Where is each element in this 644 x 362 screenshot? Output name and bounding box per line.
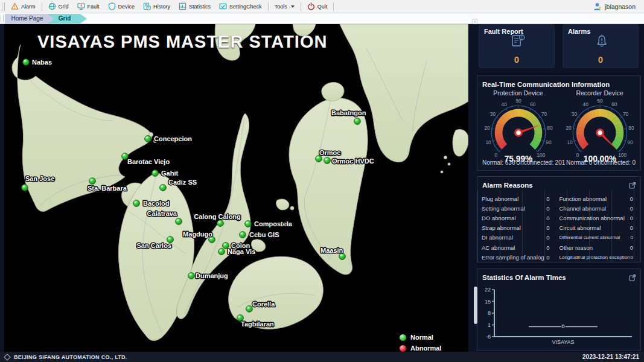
station-dot-icon[interactable] bbox=[218, 249, 225, 255]
station-dot-icon[interactable] bbox=[89, 178, 96, 185]
station-label: Calong Calong bbox=[194, 213, 241, 220]
toolbar-item-label: Statistics bbox=[189, 4, 211, 10]
alarm-reason-row: Communication abnormal0 bbox=[560, 213, 637, 223]
station-dot-icon[interactable] bbox=[145, 136, 151, 142]
station-label: Calatrava bbox=[147, 210, 177, 217]
station-marker[interactable]: Gahit bbox=[152, 170, 179, 177]
station-marker[interactable]: Compostela bbox=[245, 220, 293, 227]
toolbar-item-grid[interactable]: Grid bbox=[44, 0, 73, 13]
station-label: Ormoc HVDC bbox=[332, 157, 374, 165]
station-dot-highlight bbox=[190, 274, 192, 275]
user-menu[interactable]: jblagnason bbox=[593, 2, 644, 11]
station-marker[interactable]: Barotac Viejo bbox=[122, 153, 170, 165]
history-doc-clock-icon bbox=[143, 2, 151, 10]
station-dot-highlight bbox=[210, 238, 212, 239]
alarm-reason-value: 0 bbox=[546, 254, 553, 261]
toolbar-grip[interactable] bbox=[2, 2, 5, 11]
station-marker[interactable]: Nabas bbox=[23, 59, 52, 66]
alarm-reason-value: 0 bbox=[631, 255, 637, 260]
map-legend: Normal Abnormal bbox=[400, 332, 441, 352]
station-label: Nabas bbox=[32, 59, 52, 66]
collapse-panel-icon[interactable] bbox=[472, 19, 478, 25]
toolbar-item-statistics[interactable]: Statistics bbox=[174, 0, 215, 13]
station-marker[interactable]: Ormoc HVDC bbox=[324, 157, 374, 165]
toolbar-item-alarm[interactable]: Alarm bbox=[7, 0, 40, 13]
toolbar-item-device[interactable]: Device bbox=[104, 0, 139, 13]
toolbar-item-quit[interactable]: Quit bbox=[303, 0, 332, 13]
alarm-reason-value: 0 bbox=[631, 235, 637, 240]
company-logo-icon bbox=[4, 354, 10, 360]
alarm-reason-row: Setting abnormal0 bbox=[482, 203, 553, 213]
toolbar-item-fault[interactable]: Fault bbox=[73, 0, 104, 13]
station-dot-icon[interactable] bbox=[316, 156, 322, 162]
gauge-tick-label: 20 bbox=[484, 125, 490, 131]
panel-title: Real-Time Communication Information bbox=[477, 76, 640, 89]
protection-normal-stat: Normal: 636 bbox=[482, 159, 515, 166]
gauge-tick bbox=[542, 141, 544, 141]
gauge-tick-label: 100 bbox=[618, 152, 626, 158]
station-dot-highlight bbox=[355, 119, 358, 121]
station-dot-icon[interactable] bbox=[133, 200, 140, 207]
alarm-triangle-icon bbox=[11, 2, 19, 10]
right-dashboard: Fault Report 0 Alarms 0 bbox=[468, 24, 644, 352]
station-dot-icon[interactable] bbox=[324, 157, 331, 164]
alarm-reason-value: 0 bbox=[546, 224, 553, 231]
gauge-tick-label: 70 bbox=[541, 111, 547, 117]
toolbar-item-history[interactable]: History bbox=[139, 0, 174, 13]
station-dot-icon[interactable] bbox=[246, 306, 253, 313]
alarms-card[interactable]: Alarms 0 bbox=[563, 24, 639, 68]
gauge-tick-label: 0 bbox=[494, 152, 497, 158]
main-toolbar: Alarm Grid Fault Device History Statisti… bbox=[0, 0, 644, 13]
expand-icon[interactable] bbox=[629, 182, 636, 189]
legend-item-abnormal: Abnormal bbox=[400, 343, 441, 352]
shield-icon bbox=[108, 2, 116, 10]
station-marker[interactable]: Bacolod bbox=[133, 200, 170, 207]
alarm-reason-label: DO abnormal bbox=[482, 215, 516, 221]
station-dot-icon[interactable] bbox=[217, 220, 224, 227]
fault-report-card[interactable]: Fault Report 0 bbox=[479, 24, 555, 68]
toolbar-item-settingcheck[interactable]: SettingCheck bbox=[215, 0, 266, 13]
station-dot-highlight bbox=[91, 179, 93, 180]
alarms-count: 0 bbox=[563, 54, 638, 65]
station-dot-icon[interactable] bbox=[176, 218, 182, 225]
station-dot-icon[interactable] bbox=[23, 59, 30, 66]
main-content: NabasConcepcionBarotac ViejoSan JoseSta.… bbox=[0, 24, 644, 352]
gauge-tick bbox=[491, 129, 493, 129]
station-label: Compostela bbox=[254, 220, 293, 227]
power-icon bbox=[307, 2, 315, 10]
map-canvas[interactable]: NabasConcepcionBarotac ViejoSan JoseSta.… bbox=[4, 24, 468, 352]
toolbar-item-label: History bbox=[153, 4, 170, 10]
vertical-scrollbar-thumb[interactable] bbox=[474, 287, 477, 324]
station-dot-icon[interactable] bbox=[245, 221, 252, 227]
tab-home-page[interactable]: Home Page bbox=[5, 14, 54, 24]
station-dot-icon[interactable] bbox=[152, 170, 159, 177]
station-dot-highlight bbox=[246, 222, 249, 223]
alarm-reason-row: Longitudinal protection exception0 bbox=[560, 252, 637, 262]
station-label: Cebu GIS bbox=[249, 231, 279, 238]
station-label: Maasin bbox=[320, 247, 343, 254]
gauge-tick-label: 100 bbox=[537, 152, 545, 158]
gauge-tick bbox=[506, 109, 507, 110]
station-dot-highlight bbox=[153, 171, 156, 173]
station-dot-icon[interactable] bbox=[339, 253, 346, 260]
station-dot-icon[interactable] bbox=[22, 185, 28, 191]
station-label: Gahit bbox=[161, 170, 178, 177]
station-dot-icon[interactable] bbox=[240, 232, 246, 238]
station-label: Sta. Barbara bbox=[88, 185, 127, 192]
station-dot-icon[interactable] bbox=[160, 185, 167, 191]
dropdown-caret-icon bbox=[291, 5, 295, 8]
station-marker[interactable]: Naga Vis bbox=[218, 248, 256, 255]
toolbar-item-tools[interactable]: Tools bbox=[270, 0, 299, 13]
station-dot-icon[interactable] bbox=[354, 118, 361, 125]
alarm-reason-row: AC abnormal0 bbox=[482, 243, 553, 252]
station-label: Bacolod bbox=[143, 200, 169, 207]
fault-report-document-icon bbox=[510, 33, 526, 49]
abnormal-status-dot-icon bbox=[400, 345, 406, 352]
station-dot-highlight bbox=[317, 157, 319, 158]
toolbar-item-label: SettingCheck bbox=[229, 4, 262, 10]
station-dot-highlight bbox=[247, 307, 250, 308]
station-dot-icon[interactable] bbox=[188, 273, 195, 279]
gauge-tick-label: 50 bbox=[515, 98, 521, 104]
tabbar-grip[interactable] bbox=[1, 15, 4, 22]
chart-axes bbox=[494, 290, 632, 337]
